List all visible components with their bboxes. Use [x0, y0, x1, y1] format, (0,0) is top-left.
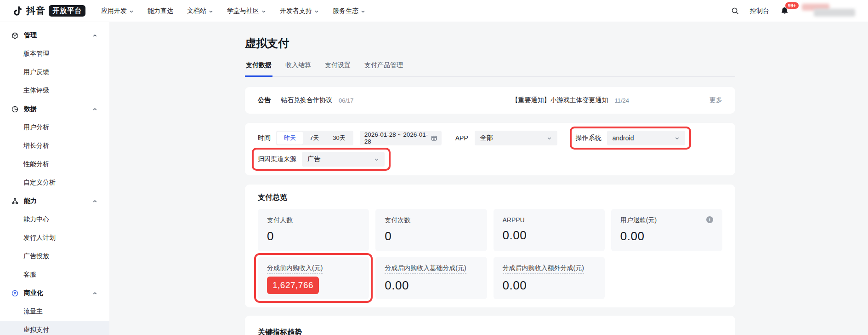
chevron-down-icon [261, 9, 266, 14]
announcement-item-2[interactable]: 【重要通知】小游戏主体变更通知 11/24 [511, 96, 629, 104]
stat-card-user-refund: 用户退款(元) i 0.00 [611, 209, 722, 251]
main-menu: 应用开发 能力直达 文档站 学堂与社区 开发者支持 服务生态 [101, 7, 365, 15]
channel-select[interactable]: 广告 [302, 152, 385, 167]
chevron-up-icon [92, 107, 97, 112]
cube-icon [11, 32, 19, 40]
sidebar-section-management[interactable]: 管理 [0, 26, 109, 45]
os-filter-highlighted: 操作系统 android [576, 131, 685, 145]
douyin-note-icon [12, 6, 23, 17]
sidebar-item-ad-placement[interactable]: 广告投放 [0, 247, 109, 266]
sidebar-section-data[interactable]: 数据 [0, 100, 109, 118]
time-option-yesterday[interactable]: 昨天 [277, 132, 303, 144]
brand-name: 抖音 [26, 5, 45, 17]
nodes-icon [11, 197, 19, 205]
announcement-bar: 公告 钻石兑换合作协议 06/17 【重要通知】小游戏主体变更通知 11/24 … [245, 87, 735, 114]
sidebar: 管理 版本管理 用户反馈 主体评级 数据 用户分析 增长分析 性能分析 自定义分… [0, 22, 109, 335]
main-area: 虚拟支付 支付数据 收入结算 支付设置 支付产品管理 公告 钻石兑换合作协议 0… [109, 22, 868, 335]
sidebar-item-growth-analysis[interactable]: 增长分析 [0, 137, 109, 155]
announcement-item-1[interactable]: 钻石兑换合作协议 06/17 [281, 96, 354, 104]
notification-bell[interactable]: 99+ [780, 6, 789, 15]
stat-value: 0.00 [503, 278, 596, 293]
redacted-avatar [814, 9, 855, 17]
sidebar-section-capability[interactable]: 能力 [0, 192, 109, 210]
tab-bar: 支付数据 收入结算 支付设置 支付产品管理 [245, 60, 735, 77]
stat-value: 0.00 [385, 278, 477, 293]
stat-grid: 支付人数 0 支付次数 0 ARPPU 0.00 用户退款(元) i 0. [258, 209, 722, 299]
trend-title: 关键指标趋势 [258, 328, 722, 335]
os-filter-label: 操作系统 [576, 134, 601, 142]
top-navbar: 抖音 开放平台 应用开发 能力直达 文档站 学堂与社区 开发者支持 服务生态 [0, 0, 868, 22]
tab-payment-data[interactable]: 支付数据 [245, 60, 272, 77]
nav-right-cluster: 控制台 99+ [731, 2, 856, 20]
chevron-up-icon [92, 33, 97, 38]
stat-value: 0.00 [620, 229, 713, 243]
time-filter-label: 时间 [258, 134, 271, 142]
announcement-date-1: 06/17 [339, 97, 354, 104]
pie-chart-icon [11, 105, 19, 113]
announcement-more-link[interactable]: 更多 [709, 96, 722, 104]
stat-card-arppu: ARPPU 0.00 [494, 209, 605, 251]
announcement-date-2: 11/24 [614, 97, 629, 104]
search-icon[interactable] [731, 7, 739, 15]
brand-badge: 开放平台 [49, 5, 85, 17]
chevron-down-icon [374, 157, 379, 162]
stat-card-post-share-base-revenue: 分成后内购收入基础分成(元) 0.00 [375, 257, 487, 299]
stat-value: 0 [267, 229, 360, 243]
sidebar-item-performance-analysis[interactable]: 性能分析 [0, 155, 109, 173]
chevron-down-icon [361, 9, 365, 14]
nav-item-docs[interactable]: 文档站 [187, 7, 213, 15]
sidebar-item-version-management[interactable]: 版本管理 [0, 45, 109, 63]
calendar-icon [431, 135, 437, 141]
nav-item-ecosystem[interactable]: 服务生态 [333, 7, 365, 15]
sidebar-item-custom-analysis[interactable]: 自定义分析 [0, 173, 109, 192]
yuan-circle-icon [11, 289, 19, 297]
info-icon[interactable]: i [706, 216, 713, 223]
date-range-picker[interactable]: 2026-01-28 ~ 2026-01-28 [360, 131, 442, 145]
chevron-down-icon [209, 9, 213, 14]
app-filter-label: APP [455, 134, 468, 142]
notification-count-badge: 99+ [785, 2, 799, 9]
sidebar-item-user-feedback[interactable]: 用户反馈 [0, 63, 109, 81]
filter-panel: 时间 昨天 7天 30天 2026-01-28 ~ 2026-01-28 APP… [245, 123, 735, 175]
payment-overview-panel: 支付总览 支付人数 0 支付次数 0 ARPPU 0.00 用户退款(元) [245, 185, 735, 307]
stat-value: 0 [385, 229, 477, 243]
sidebar-item-capability-center[interactable]: 能力中心 [0, 210, 109, 229]
stat-value: 0.00 [503, 228, 596, 243]
sidebar-item-user-analysis[interactable]: 用户分析 [0, 118, 109, 137]
time-option-30days[interactable]: 30天 [326, 132, 352, 144]
page-title: 虚拟支付 [245, 36, 735, 51]
time-range-segmented-control: 昨天 7天 30天 [276, 131, 353, 145]
channel-filter-highlighted: 归因渠道来源 广告 [258, 152, 385, 167]
nav-item-academy[interactable]: 学堂与社区 [227, 7, 266, 15]
nav-item-capability[interactable]: 能力直达 [148, 7, 173, 15]
sidebar-item-customer-service[interactable]: 客服 [0, 266, 109, 284]
console-link[interactable]: 控制台 [750, 7, 769, 15]
sidebar-item-traffic-owner[interactable]: 流量主 [0, 302, 109, 321]
stat-card-post-share-extra-revenue: 分成后内购收入额外分成(元) 0.00 [494, 257, 605, 299]
time-option-7days[interactable]: 7天 [303, 132, 326, 144]
os-select[interactable]: android [607, 131, 685, 145]
overview-title: 支付总览 [258, 193, 722, 202]
stat-card-paying-users: 支付人数 0 [258, 209, 369, 251]
sidebar-item-entity-rating[interactable]: 主体评级 [0, 81, 109, 100]
user-account-redacted[interactable] [802, 2, 856, 20]
app-select[interactable]: 全部 [475, 131, 557, 145]
key-metrics-trend-panel: 关键指标趋势 [245, 316, 735, 335]
tab-payment-settings[interactable]: 支付设置 [324, 60, 352, 77]
sidebar-item-virtual-payment[interactable]: 虚拟支付 [0, 321, 109, 335]
tab-income-settlement[interactable]: 收入结算 [284, 60, 312, 77]
brand-logo[interactable]: 抖音 开放平台 [12, 5, 85, 17]
channel-filter-label: 归因渠道来源 [258, 155, 296, 163]
chevron-down-icon [129, 9, 134, 14]
chevron-up-icon [92, 199, 97, 204]
chevron-down-icon [547, 136, 552, 141]
sidebar-section-monetization[interactable]: 商业化 [0, 284, 109, 302]
stat-card-pre-share-iap-revenue-highlighted: 分成前内购收入(元) 1,627,766 [258, 257, 369, 299]
sidebar-item-publisher-plan[interactable]: 发行人计划 [0, 229, 109, 247]
nav-item-app-dev[interactable]: 应用开发 [101, 7, 134, 15]
stat-card-payment-count: 支付次数 0 [375, 209, 487, 251]
chevron-down-icon [675, 136, 680, 141]
nav-item-dev-support[interactable]: 开发者支持 [280, 7, 319, 15]
highlighted-revenue-value: 1,627,766 [267, 277, 319, 294]
tab-payment-product-management[interactable]: 支付产品管理 [363, 60, 404, 77]
